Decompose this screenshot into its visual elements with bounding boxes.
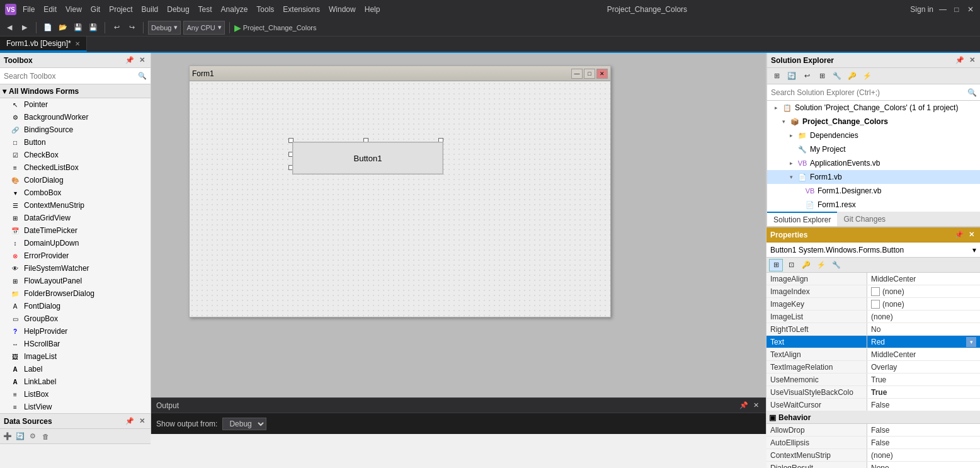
- close-button[interactable]: ✕: [966, 5, 975, 14]
- menu-edit[interactable]: Edit: [40, 4, 60, 15]
- prop-row-imagekey[interactable]: ImageKey (none): [766, 298, 980, 311]
- toolbox-item-hscrollbar[interactable]: ↔ HScrollBar: [0, 338, 151, 350]
- text-value-dropdown[interactable]: ▾: [966, 337, 976, 347]
- sol-tb-btn1[interactable]: ⊞: [770, 70, 783, 83]
- prop-row-autoellipsis[interactable]: AutoEllipsis False: [766, 437, 980, 449]
- minimize-button[interactable]: —: [938, 5, 947, 14]
- toolbox-item-imagelist[interactable]: 🖼 ImageList: [0, 350, 151, 363]
- toolbox-item-colordialog[interactable]: 🎨 ColorDialog: [0, 174, 151, 186]
- prop-row-imagealign[interactable]: ImageAlign MiddleCenter: [766, 273, 980, 285]
- tab-git-changes[interactable]: Git Changes: [837, 212, 892, 226]
- toolbox-item-datagridview[interactable]: ⊞ DataGridView: [0, 212, 151, 224]
- prop-row-textimagerelation[interactable]: TextImageRelation Overlay: [766, 361, 980, 374]
- toolbox-item-checkedlistbox[interactable]: ≡ CheckedListBox: [0, 161, 151, 174]
- menu-tools[interactable]: Tools: [253, 4, 278, 15]
- toolbox-item-label[interactable]: A Label: [0, 363, 151, 375]
- prop-row-usevisualstyle[interactable]: UseVisualStyleBackColo True: [766, 386, 980, 399]
- prop-value-text[interactable]: Red ▾: [867, 336, 980, 348]
- prop-tb-events[interactable]: ⚡: [814, 259, 828, 271]
- sol-close-icon[interactable]: ✕: [967, 55, 977, 66]
- open-btn[interactable]: 📂: [56, 21, 70, 35]
- menu-git[interactable]: Git: [87, 4, 104, 15]
- prop-row-imagelist[interactable]: ImageList (none): [766, 311, 980, 323]
- menu-debug[interactable]: Debug: [163, 4, 193, 15]
- menu-project[interactable]: Project: [105, 4, 136, 15]
- menu-bar[interactable]: File Edit View Git Project Build Debug T…: [19, 4, 384, 15]
- designer-area[interactable]: Form1 — □ ✕: [151, 53, 766, 397]
- toolbox-item-button[interactable]: □ Button: [0, 136, 151, 149]
- menu-test[interactable]: Test: [195, 4, 216, 15]
- new-btn[interactable]: 📄: [41, 21, 55, 35]
- ds-config-icon[interactable]: ⚙: [28, 431, 38, 442]
- properties-object-selector[interactable]: Button1 System.Windows.Forms.Button ▾: [766, 243, 980, 258]
- toolbox-item-combobox[interactable]: ▾ ComboBox: [0, 186, 151, 199]
- toolbox-item-linklabel[interactable]: A LinkLabel: [0, 375, 151, 388]
- toolbox-item-listview[interactable]: ≡ ListView: [0, 401, 151, 413]
- toolbox-item-filesystemwatcher[interactable]: 👁 FileSystemWatcher: [0, 262, 151, 275]
- save-all-btn[interactable]: 💾: [86, 21, 100, 35]
- tab-solution-explorer[interactable]: Solution Explorer: [767, 212, 837, 226]
- toolbox-item-pointer[interactable]: ↖ Pointer: [0, 98, 151, 111]
- toolbox-group-all-windows-forms[interactable]: ▾ All Windows Forms: [0, 84, 151, 98]
- prop-row-dialogresult[interactable]: DialogResult None: [766, 462, 980, 468]
- dep-expand-icon[interactable]: ▸: [787, 132, 795, 139]
- output-close-icon[interactable]: ✕: [751, 401, 761, 411]
- menu-file[interactable]: File: [19, 4, 38, 15]
- menu-analyze[interactable]: Analyze: [217, 4, 252, 15]
- sol-tb-btn6[interactable]: 🔑: [845, 70, 859, 83]
- toolbox-item-fontdialog[interactable]: A FontDialog: [0, 300, 151, 312]
- menu-build[interactable]: Build: [138, 4, 162, 15]
- data-sources-pin-icon[interactable]: 📌: [125, 416, 135, 426]
- redo-btn[interactable]: ↪: [125, 21, 139, 35]
- sol-tb-btn7[interactable]: ⚡: [860, 70, 874, 83]
- menu-view[interactable]: View: [62, 4, 86, 15]
- tree-item-project[interactable]: ▾ 📦 Project_Change_Colors: [767, 115, 980, 128]
- sol-tb-btn5[interactable]: 🔧: [830, 70, 844, 83]
- sol-tb-btn4[interactable]: ⊞: [815, 70, 829, 83]
- tab-form1-design[interactable]: Form1.vb [Design]* ✕: [0, 37, 87, 52]
- designer-button1[interactable]: Button1: [292, 142, 443, 174]
- prop-row-textalign[interactable]: TextAlign MiddleCenter: [766, 348, 980, 361]
- save-btn[interactable]: 💾: [71, 21, 85, 35]
- prop-tb-properties[interactable]: 🔑: [799, 259, 813, 271]
- sign-in-button[interactable]: Sign in: [910, 5, 933, 14]
- toolbox-item-domainupdown[interactable]: ↕ DomainUpDown: [0, 237, 151, 249]
- output-source-dropdown[interactable]: Debug: [222, 418, 266, 430]
- tree-item-form1designer[interactable]: VB Form1.Designer.vb: [767, 184, 980, 198]
- prop-row-righttoleft[interactable]: RightToLeft No: [766, 323, 980, 336]
- toolbox-item-bindingsource[interactable]: 🔗 BindingSource: [0, 123, 151, 136]
- sol-expand-icon[interactable]: ▸: [772, 105, 780, 111]
- toolbox-item-datetimepicker[interactable]: 📅 DateTimePicker: [0, 224, 151, 237]
- prop-row-imageindex[interactable]: ImageIndex (none): [766, 285, 980, 298]
- tree-item-dependencies[interactable]: ▸ 📁 Dependencies: [767, 128, 980, 142]
- prop-row-text[interactable]: Text Red ▾: [766, 336, 980, 348]
- prop-tb-property-pages[interactable]: 🔧: [829, 259, 843, 271]
- behavior-expand[interactable]: ▣: [769, 413, 776, 422]
- output-pin-icon[interactable]: 📌: [739, 401, 749, 411]
- ds-add-icon[interactable]: ➕: [3, 431, 13, 442]
- sol-pin-icon[interactable]: 📌: [955, 55, 965, 66]
- toolbox-item-contextmenustrip[interactable]: ☰ ContextMenuStrip: [0, 199, 151, 212]
- project-expand-icon[interactable]: ▾: [780, 118, 787, 125]
- back-btn[interactable]: ◀: [3, 21, 16, 35]
- maximize-button[interactable]: □: [952, 5, 961, 14]
- toolbox-item-groupbox[interactable]: ▭ GroupBox: [0, 312, 151, 325]
- prop-row-usewaitcursor[interactable]: UseWaitCursor False: [766, 399, 980, 411]
- toolbox-item-listbox[interactable]: ≡ ListBox: [0, 388, 151, 401]
- toolbox-item-backgroundworker[interactable]: ⚙ BackgroundWorker: [0, 111, 151, 123]
- tree-item-appevents[interactable]: ▸ VB ApplicationEvents.vb: [767, 156, 980, 170]
- sol-tb-btn3[interactable]: ↩: [800, 70, 814, 83]
- prop-close-icon[interactable]: ✕: [966, 230, 976, 240]
- tree-item-solution[interactable]: ▸ 📋 Solution 'Project_Change_Colors' (1 …: [767, 101, 980, 115]
- tab-close-form1[interactable]: ✕: [75, 40, 80, 47]
- ds-delete-icon[interactable]: 🗑: [40, 431, 50, 442]
- sol-tb-btn2[interactable]: 🔄: [785, 70, 799, 83]
- toolbox-pin-icon[interactable]: 📌: [125, 55, 135, 66]
- toolbox-item-errorprovider[interactable]: ⊗ ErrorProvider: [0, 249, 151, 262]
- data-sources-close-icon[interactable]: ✕: [137, 416, 147, 426]
- prop-pin-icon[interactable]: 📌: [954, 230, 964, 240]
- toolbox-item-checkbox[interactable]: ☑ CheckBox: [0, 149, 151, 161]
- prop-row-usemnemonic[interactable]: UseMnemonic True: [766, 374, 980, 386]
- prop-tb-categorized[interactable]: ⊞: [769, 259, 783, 271]
- menu-extensions[interactable]: Extensions: [279, 4, 324, 15]
